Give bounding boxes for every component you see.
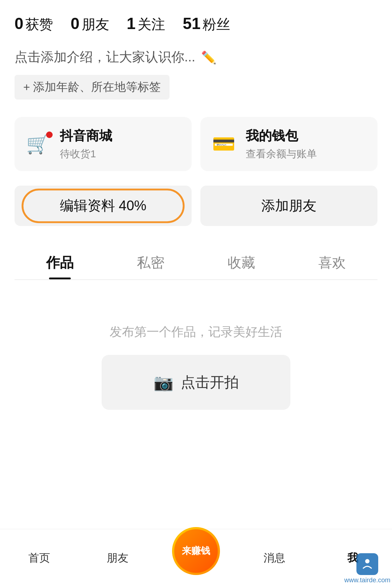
action-buttons-row: 编辑资料 40% 添加朋友 — [15, 186, 377, 226]
tab-liked[interactable]: 喜欢 — [287, 243, 377, 279]
earn-badge-text: 来赚钱 — [182, 545, 210, 556]
friends-count: 0 — [70, 15, 79, 33]
tab-works[interactable]: 作品 — [15, 243, 105, 279]
stat-following: 1 关注 — [127, 15, 165, 34]
notification-dot — [46, 131, 53, 138]
content-tabs: 作品 私密 收藏 喜欢 — [15, 243, 377, 280]
tab-favorites[interactable]: 收藏 — [196, 243, 287, 279]
nav-messages[interactable]: 消息 — [235, 529, 314, 587]
stats-row: 0 获赞 0 朋友 1 关注 51 粉丝 — [15, 15, 377, 34]
douyin-mall-text: 抖音商城 待收货1 — [60, 127, 112, 161]
nav-home[interactable]: 首页 — [0, 529, 78, 587]
empty-works-area: 发布第一个作品，记录美好生活 📷 点击开拍 — [0, 280, 392, 432]
plus-icon: + — [23, 81, 30, 94]
empty-text: 发布第一个作品，记录美好生活 — [110, 324, 282, 340]
friends-label: 朋友 — [82, 15, 109, 34]
cart-icon: 🛒 — [26, 133, 50, 155]
nav-earn[interactable]: 来赚钱 — [157, 529, 235, 587]
watermark-site: www.tairde.com — [344, 576, 390, 584]
wallet-title: 我的钱包 — [246, 127, 317, 145]
stat-likes: 0 获赞 — [15, 15, 53, 34]
stat-friends: 0 朋友 — [70, 15, 109, 34]
bottom-navigation: 首页 朋友 来赚钱 消息 我 — [0, 529, 392, 587]
likes-label: 获赞 — [25, 15, 53, 34]
edit-profile-button[interactable]: 编辑资料 40% — [15, 186, 192, 226]
douyin-mall-subtitle: 待收货1 — [60, 147, 112, 161]
stat-fans: 51 粉丝 — [183, 15, 230, 34]
tab-private[interactable]: 私密 — [105, 243, 196, 279]
douyin-mall-title: 抖音商城 — [60, 127, 112, 145]
douyin-mall-card[interactable]: 🛒 抖音商城 待收货1 — [15, 117, 192, 171]
likes-count: 0 — [15, 15, 23, 33]
bio-placeholder: 点击添加介绍，让大家认识你... — [15, 48, 195, 66]
fans-label: 粉丝 — [203, 15, 230, 34]
tag-btn-label: 添加年龄、所在地等标签 — [33, 79, 161, 95]
wallet-subtitle: 查看余额与账单 — [246, 147, 317, 161]
nav-friends[interactable]: 朋友 — [78, 529, 157, 587]
bio-row[interactable]: 点击添加介绍，让大家认识你... ✏️ — [15, 48, 377, 66]
edit-profile-label: 编辑资料 40% — [60, 198, 147, 213]
wallet-text: 我的钱包 查看余额与账单 — [246, 127, 317, 161]
following-label: 关注 — [138, 15, 165, 34]
nav-messages-label: 消息 — [264, 551, 285, 566]
svg-point-0 — [365, 559, 369, 563]
watermark: www.tairde.com — [346, 553, 389, 584]
add-friend-button[interactable]: 添加朋友 — [200, 186, 377, 226]
camera-btn-label: 点击开拍 — [181, 372, 239, 392]
watermark-logo — [356, 553, 378, 575]
fans-count: 51 — [183, 15, 200, 33]
earn-badge: 来赚钱 — [174, 529, 218, 573]
following-count: 1 — [127, 15, 135, 33]
wallet-card[interactable]: 💳 我的钱包 查看余额与账单 — [200, 117, 377, 171]
add-tag-button[interactable]: + 添加年龄、所在地等标签 — [15, 75, 170, 100]
add-friend-label: 添加朋友 — [261, 198, 317, 213]
camera-icon: 📷 — [154, 373, 173, 392]
wallet-icon: 💳 — [212, 133, 236, 155]
start-shooting-button[interactable]: 📷 点击开拍 — [102, 355, 290, 410]
nav-home-label: 首页 — [28, 551, 50, 566]
nav-friends-label: 朋友 — [107, 551, 128, 566]
edit-bio-icon[interactable]: ✏️ — [201, 50, 216, 65]
quick-links-row: 🛒 抖音商城 待收货1 💳 我的钱包 查看余额与账单 — [15, 117, 377, 171]
